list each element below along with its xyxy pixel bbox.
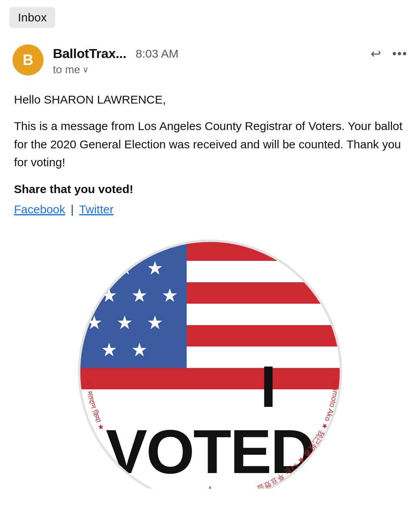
top-bar: Inbox — [0, 0, 420, 32]
recipient-chevron-icon[interactable]: ∨ — [82, 65, 89, 75]
recipient-line: to me ∨ — [53, 63, 408, 76]
svg-text:★: ★ — [101, 340, 117, 360]
email-message: This is a message from Los Angeles Count… — [14, 117, 406, 172]
svg-text:★: ★ — [202, 482, 218, 489]
svg-text:★: ★ — [131, 340, 148, 360]
svg-rect-2 — [78, 239, 342, 261]
email-meta-top: BallotTrax... 8:03 AM ↩ ••• — [53, 46, 408, 61]
svg-text:I: I — [260, 354, 276, 419]
email-actions: ↩ ••• — [371, 46, 408, 61]
share-heading: Share that you voted! — [14, 183, 406, 196]
svg-text:★: ★ — [116, 312, 133, 333]
email-time: 8:03 AM — [136, 47, 178, 60]
facebook-link[interactable]: Facebook — [14, 203, 65, 216]
reply-icon[interactable]: ↩ — [371, 46, 381, 61]
email-greeting: Hello SHARON LAWRENCE, — [14, 91, 406, 108]
recipient-label: to me — [53, 63, 80, 76]
svg-text:★: ★ — [147, 258, 163, 278]
more-options-icon[interactable]: ••• — [392, 46, 408, 61]
svg-text:★: ★ — [131, 285, 148, 306]
inbox-badge[interactable]: Inbox — [9, 7, 55, 28]
email-header: B BallotTrax... 8:03 AM ↩ ••• to me ∨ — [0, 32, 420, 82]
share-separator: | — [71, 203, 74, 216]
twitter-link[interactable]: Twitter — [79, 203, 114, 216]
email-body: Hello SHARON LAWRENCE, This is a message… — [0, 82, 420, 216]
email-meta: BallotTrax... 8:03 AM ↩ ••• to me ∨ — [53, 44, 408, 76]
share-links: Facebook | Twitter — [14, 203, 406, 216]
svg-text:★: ★ — [86, 258, 103, 278]
sender-name: BallotTrax... — [53, 46, 126, 61]
sticker-image: ★ ★ ★ ★ ★ ★ ★ ★ ★ ★ ★ I VOTED ★ — [78, 239, 342, 489]
svg-text:★: ★ — [161, 285, 178, 306]
sticker-area: ★ ★ ★ ★ ★ ★ ★ ★ ★ ★ ★ I VOTED ★ — [0, 216, 420, 489]
sender-avatar: B — [12, 44, 44, 76]
svg-rect-8 — [78, 368, 342, 389]
svg-text:★: ★ — [147, 312, 163, 333]
